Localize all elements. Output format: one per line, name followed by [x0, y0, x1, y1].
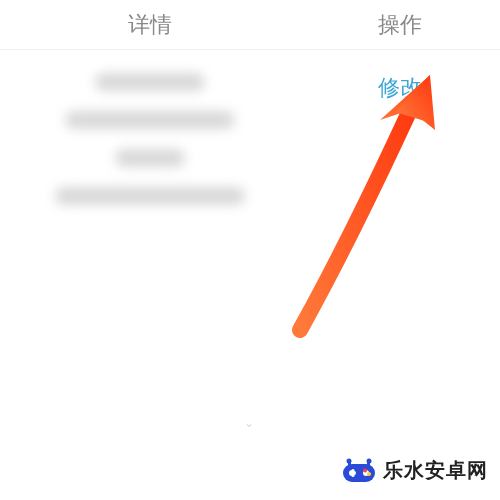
redacted-line: [115, 149, 185, 167]
redacted-line: [65, 111, 235, 129]
header-action: 操作: [300, 0, 500, 49]
svg-point-8: [367, 472, 371, 476]
watermark-text: 乐水安卓网: [383, 457, 488, 484]
modify-link[interactable]: 修改: [378, 73, 422, 210]
ellipsis-icon: ⌄: [244, 416, 257, 430]
table-header: 详情 操作: [0, 0, 500, 50]
details-cell: [0, 68, 300, 210]
svg-rect-6: [352, 469, 355, 477]
svg-rect-12: [367, 461, 370, 466]
redacted-line: [95, 73, 205, 91]
watermark: 乐水安卓网: [341, 452, 488, 488]
redacted-line: [55, 187, 245, 205]
action-cell: 修改: [300, 68, 500, 210]
svg-point-7: [363, 469, 367, 473]
table-row: 修改: [0, 50, 500, 210]
header-details: 详情: [0, 0, 300, 49]
svg-rect-11: [348, 461, 351, 466]
gamepad-icon: [341, 452, 377, 488]
